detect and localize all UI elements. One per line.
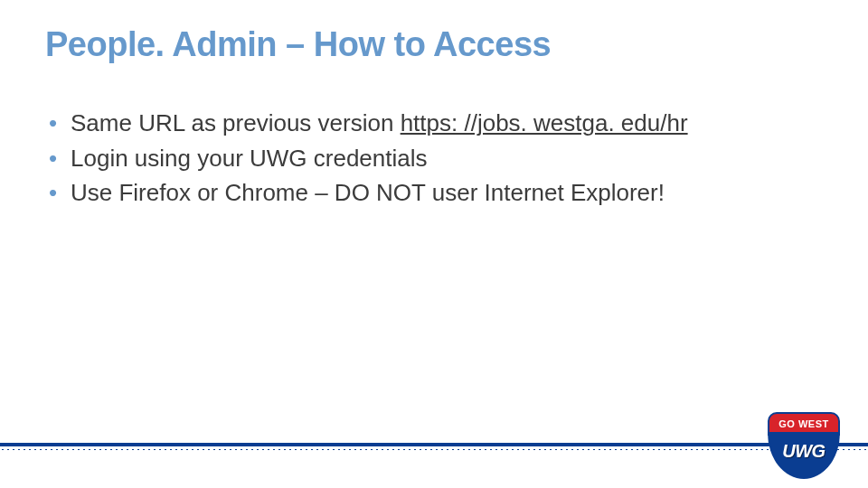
list-item: Same URL as previous version https: //jo… [45, 107, 832, 141]
bullet-text: Use Firefox or Chrome – DO NOT user Inte… [71, 179, 665, 206]
list-item: Login using your UWG credentials [45, 142, 832, 176]
footer-divider [0, 443, 868, 452]
divider-solid-line [0, 443, 868, 446]
url-link[interactable]: https: //jobs. westga. edu/hr [401, 109, 688, 136]
list-item: Use Firefox or Chrome – DO NOT user Inte… [45, 176, 832, 211]
logo-bottom-text: UWG [782, 441, 825, 462]
bullet-text: Same URL as previous version [71, 109, 401, 136]
bullet-text: Login using your UWG credentials [71, 145, 428, 172]
uwg-logo: GO WEST UWG [765, 412, 843, 483]
slide-title: People. Admin – How to Access [45, 25, 551, 64]
shield-bottom: UWG [768, 432, 840, 479]
slide: People. Admin – How to Access Same URL a… [0, 0, 868, 488]
bullet-list: Same URL as previous version https: //jo… [45, 107, 832, 211]
logo-top-text: GO WEST [778, 418, 828, 429]
shield-icon: GO WEST UWG [765, 412, 843, 483]
divider-dotted-line [0, 448, 868, 451]
